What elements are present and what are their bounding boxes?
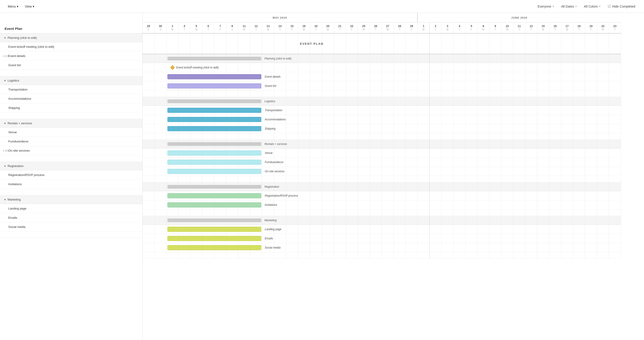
- gantt-cell: [430, 124, 442, 133]
- gantt-cell: [513, 167, 525, 176]
- gantt-task-row[interactable]: On-site services: [142, 167, 621, 176]
- gantt-task-row[interactable]: Shipping: [142, 124, 621, 133]
- gantt-cell: [346, 63, 358, 72]
- gantt-cell: [310, 140, 322, 148]
- everyone-filter[interactable]: Everyone: [534, 3, 557, 10]
- gantt-cell: [502, 234, 513, 243]
- section-marketing[interactable]: ▼ Marketing: [0, 195, 142, 204]
- task-social[interactable]: Social media: [0, 222, 142, 232]
- gantt-task-row[interactable]: Venue: [142, 148, 621, 158]
- gantt-cell: [430, 234, 442, 243]
- gantt-task-row[interactable]: Invitations: [142, 200, 621, 209]
- task-invitations[interactable]: Invitations: [0, 180, 142, 189]
- gantt-cell: [561, 115, 573, 124]
- gantt-cell: [585, 148, 597, 157]
- gantt-task-row[interactable]: Furniture/decor: [142, 158, 621, 167]
- gantt-bar-label: Social media: [263, 246, 280, 249]
- gantt-task-row[interactable]: Event details: [142, 72, 621, 81]
- gantt-cell: [334, 200, 346, 209]
- section-logistics[interactable]: ▼ Logistics: [0, 76, 142, 85]
- gantt-task-row[interactable]: Registration/RSVP process: [142, 191, 621, 200]
- gantt-task-row[interactable]: Transportation: [142, 106, 621, 115]
- gantt-task-row[interactable]: Accommodations: [142, 115, 621, 124]
- gantt-cell: [549, 200, 561, 209]
- task-onsite[interactable]: ≡ 0/5 On-site services: [0, 146, 142, 155]
- gantt-cell: [214, 209, 226, 216]
- gantt-section-row[interactable]: Planning (click to edit): [142, 54, 621, 63]
- task-venue[interactable]: Venue: [0, 128, 142, 137]
- gantt-section-row[interactable]: Registration: [142, 182, 621, 191]
- gantt-cell: [537, 225, 549, 234]
- gantt-cell: [382, 200, 394, 209]
- hide-completed-toggle[interactable]: ☑ Hide Completed: [604, 3, 638, 10]
- gantt-cell: [406, 191, 418, 200]
- gantt-task-row[interactable]: Guest list: [142, 81, 621, 91]
- task-transportation[interactable]: Transportation: [0, 85, 142, 94]
- gantt-cell: [370, 63, 382, 72]
- gantt-cell: [442, 63, 454, 72]
- gantt-cell: [310, 72, 322, 81]
- gantt-cell: [370, 91, 382, 97]
- gantt-cell: [358, 140, 370, 148]
- menu-button[interactable]: Menu: [6, 3, 21, 10]
- gantt-cell: [334, 148, 346, 157]
- gantt-day-cell: 12T: [250, 22, 262, 33]
- task-landing[interactable]: Landing page: [0, 204, 142, 213]
- task-rsvp[interactable]: Registration/RSVP process: [0, 170, 142, 180]
- gantt-cell: [609, 200, 621, 209]
- gantt-cell: [382, 106, 394, 115]
- gantt-cell: [430, 81, 442, 90]
- task-furniture[interactable]: Furniture/decor: [0, 137, 142, 146]
- gantt-cell: [549, 234, 561, 243]
- gantt-cell: [502, 225, 513, 234]
- gantt-cell: [525, 167, 537, 176]
- section-rentals[interactable]: ▼ Rentals + services: [0, 119, 142, 128]
- gantt-cell: [310, 225, 322, 234]
- section-registration[interactable]: ▼ Registration: [0, 162, 142, 170]
- gantt-cell: [454, 234, 466, 243]
- gantt-cell: [370, 115, 382, 124]
- gantt-panel[interactable]: MAY 2020JUNE 202029F30S1M4T5W6T7F8S11M12…: [142, 13, 644, 340]
- gantt-cell: [430, 115, 442, 124]
- gantt-task-row[interactable]: Event kickoff meeting (click to edit): [142, 63, 621, 72]
- gantt-cell: [442, 106, 454, 115]
- gantt-cell: [537, 133, 549, 140]
- task-guest-list[interactable]: Guest list: [0, 61, 142, 70]
- gantt-cell: [597, 216, 609, 224]
- gantt-cell: [226, 63, 238, 72]
- section-planning[interactable]: ▼ Planning (click to edit): [0, 33, 142, 42]
- gantt-cell: [166, 133, 178, 140]
- gantt-cell: [298, 133, 310, 140]
- gantt-task-row[interactable]: Social media: [142, 243, 621, 252]
- gantt-cell: [549, 182, 561, 191]
- gantt-cell: [478, 106, 490, 115]
- gantt-section-row[interactable]: Rentals + services: [142, 140, 621, 148]
- gantt-cell: [573, 252, 585, 258]
- gantt-cell: [142, 63, 154, 72]
- gantt-cell: [142, 252, 154, 258]
- gantt-cell: [298, 97, 310, 105]
- task-event-details[interactable]: ≡ 0/3 Event details: [0, 51, 142, 61]
- task-accommodations-label: Accommodations: [8, 97, 31, 100]
- gantt-cell: [585, 243, 597, 252]
- gantt-cell: [466, 106, 478, 115]
- task-accommodations[interactable]: Accommodations: [0, 94, 142, 103]
- month-june: JUNE 2020: [418, 13, 621, 22]
- gantt-cell: [226, 209, 238, 216]
- gantt-task-row[interactable]: Emails: [142, 234, 621, 243]
- gantt-section-row[interactable]: Marketing: [142, 216, 621, 225]
- gantt-cell: [418, 216, 430, 224]
- all-colors-filter[interactable]: All Colors: [581, 3, 604, 10]
- view-button[interactable]: View: [22, 3, 36, 10]
- gantt-cell: [322, 158, 334, 167]
- gantt-cell: [322, 81, 334, 90]
- all-dates-filter[interactable]: All Dates: [558, 3, 580, 10]
- gantt-section-row[interactable]: Logistics: [142, 97, 621, 106]
- task-emails[interactable]: Emails: [0, 213, 142, 222]
- gantt-cell: [394, 252, 406, 258]
- gantt-cell: [466, 54, 478, 63]
- gantt-cell: [310, 252, 322, 258]
- task-shipping[interactable]: Shipping: [0, 103, 142, 113]
- gantt-task-row[interactable]: Landing page: [142, 225, 621, 234]
- task-kickoff[interactable]: Event kickoff meeting (click to edit): [0, 42, 142, 51]
